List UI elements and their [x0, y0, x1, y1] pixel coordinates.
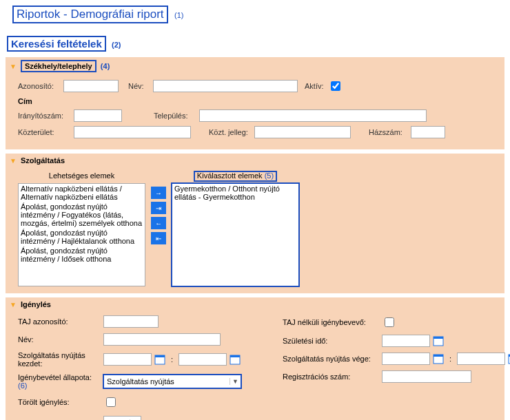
accordion-szolgaltatas: ▼ Szolgáltatás Lehetséges elemek Alterna…	[4, 152, 506, 295]
label-iranyitoszam: Irányítószám:	[18, 112, 70, 120]
input-reg[interactable]	[382, 370, 471, 383]
section-title: Keresési feltételek (2)	[7, 36, 506, 52]
calendar-icon[interactable]	[433, 353, 444, 364]
input-azonosito[interactable]	[63, 80, 119, 92]
label-kozt-jelleg: Közt. jelleg:	[209, 128, 250, 136]
label-notaj: TAJ nélküli igénybevevő:	[283, 318, 379, 326]
input-nev2[interactable]	[103, 333, 221, 346]
triangle-icon: ▼	[10, 63, 17, 70]
page-title: Riportok - Demográfiai riport (1)	[12, 6, 506, 23]
checkbox-aktiv[interactable]	[331, 81, 340, 91]
triangle-icon: ▼	[10, 301, 17, 308]
label-torolt: Törölt igénylés:	[18, 398, 101, 406]
input-kozterulet[interactable]	[74, 126, 191, 138]
input-svc-end-from[interactable]	[382, 353, 430, 365]
label-telepules: Település:	[154, 112, 195, 120]
label-taj: TAJ azonosító:	[18, 317, 101, 326]
accordion-title: Szolgáltatás	[21, 156, 65, 165]
move-right-button[interactable]: →	[151, 187, 166, 199]
annotation-4: (4)	[101, 62, 110, 70]
dropdown-status[interactable]: Szolgáltatás nyújtás▼	[103, 375, 241, 388]
accordion-title: Székhely/telephely	[21, 60, 96, 72]
chevron-down-icon: ▼	[229, 378, 241, 385]
accordion-head-szolgaltatas[interactable]: ▼ Szolgáltatás	[6, 154, 504, 167]
annotation-2: (2)	[112, 41, 121, 49]
accordion-head-szekhely[interactable]: ▼ Székhely/telephely (4)	[6, 57, 504, 75]
label-hazszam: Házszám:	[369, 128, 407, 136]
annotation-5: (5)	[265, 171, 274, 180]
label-svc-start: Szolgáltatás nyújtás kezdet:	[18, 351, 101, 368]
list-item[interactable]: Gyermekotthon / Otthont nyújtó ellátás -…	[172, 184, 298, 202]
calendar-icon[interactable]	[229, 354, 241, 365]
svg-rect-5	[434, 337, 443, 339]
annotation-6: (6)	[18, 381, 27, 390]
label-nev2: Név:	[18, 335, 101, 344]
input-svc-end-to[interactable]	[457, 353, 505, 365]
list-item[interactable]: Ápolást, gondozást nyújtó intézmény / Fo…	[19, 202, 145, 228]
label-aktiv: Aktív:	[305, 82, 324, 90]
svg-rect-7	[434, 355, 443, 357]
list-item[interactable]: Ápolást, gondozást nyújtó intézmény / Id…	[19, 246, 145, 264]
calendar-icon[interactable]	[433, 335, 444, 346]
svg-rect-3	[230, 355, 240, 357]
label-kivalasztott: Kiválasztott elemek (5)	[194, 171, 276, 181]
input-svc-start-from[interactable]	[103, 353, 152, 366]
triangle-icon: ▼	[10, 157, 17, 165]
dropdown-max[interactable]: 500▼	[103, 416, 141, 420]
move-all-left-button[interactable]: ⇤	[151, 232, 166, 244]
label-status: Igénybevétel állapota:(6)	[18, 373, 101, 390]
accordion-szekhely: ▼ Székhely/telephely (4) Azonosító: Név:…	[4, 56, 506, 151]
label-svc-end: Szolgáltatás nyújtás vége:	[283, 355, 379, 363]
annotation-1: (1)	[174, 11, 183, 19]
move-left-button[interactable]: ←	[151, 217, 166, 229]
input-svc-start-to[interactable]	[178, 353, 227, 366]
checkbox-notaj[interactable]	[385, 317, 394, 327]
label-szuletesi: Születési idő:	[283, 337, 379, 345]
list-item[interactable]: Ápolást, gondozást nyújtó intézmény / Ha…	[19, 228, 145, 246]
input-taj[interactable]	[103, 315, 159, 328]
svg-rect-1	[155, 355, 165, 357]
subhead-cim: Cím	[18, 97, 498, 105]
input-nev[interactable]	[153, 80, 298, 92]
input-kozt-jelleg[interactable]	[254, 126, 351, 138]
input-szuletesi[interactable]	[382, 335, 430, 347]
label-nev: Név:	[128, 82, 149, 90]
checkbox-torolt[interactable]	[106, 397, 116, 407]
input-hazszam[interactable]	[411, 126, 445, 138]
move-all-right-button[interactable]: ⇥	[151, 202, 166, 214]
label-azonosito: Azonosító:	[18, 82, 59, 90]
input-iranyitoszam[interactable]	[74, 109, 122, 122]
accordion-head-igenyles[interactable]: ▼ Igénylés	[6, 297, 504, 311]
label-lehetseges: Lehetséges elemek	[49, 171, 114, 181]
accordion-title: Igénylés	[21, 300, 51, 308]
label-reg: Regisztrációs szám:	[283, 372, 379, 381]
listbox-lehetseges[interactable]: Alternatív napközbeni ellátás / Alternat…	[18, 183, 145, 286]
list-item[interactable]: Alternatív napközbeni ellátás / Alternat…	[19, 184, 145, 202]
listbox-kivalasztott[interactable]: Gyermekotthon / Otthont nyújtó ellátás -…	[172, 183, 299, 286]
accordion-igenyles: ▼ Igénylés TAJ azonosító: Név: Szolgálta…	[4, 296, 506, 420]
label-kozterulet: Közterület:	[18, 128, 70, 136]
input-telepules[interactable]	[199, 109, 427, 122]
calendar-icon[interactable]	[154, 354, 165, 365]
